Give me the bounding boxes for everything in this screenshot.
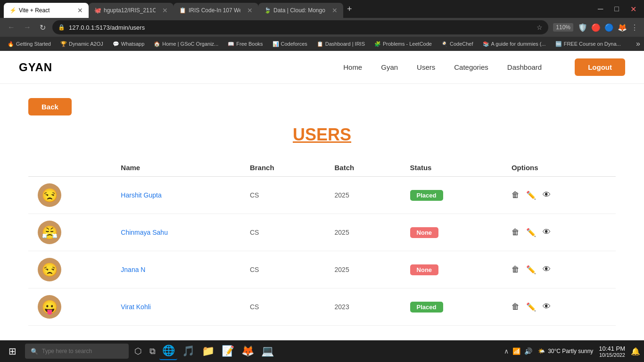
- notification-icon[interactable]: 🔔: [631, 347, 640, 356]
- bookmark-icon-10: 📚: [483, 41, 489, 47]
- taskbar-app-explorer[interactable]: 📁: [199, 342, 217, 360]
- nav-users[interactable]: Users: [417, 63, 435, 71]
- col-batch: Batch: [325, 159, 401, 177]
- menu-icon[interactable]: ⋮: [631, 23, 638, 32]
- taskbar-app-vscode[interactable]: 💻: [258, 342, 276, 360]
- extension-2[interactable]: 🔵: [604, 23, 614, 32]
- browser-extension-icons: 🛡️ 🔴 🔵 🦊 ⋮: [578, 23, 638, 32]
- tray-network-icon[interactable]: 📶: [512, 347, 520, 355]
- taskbar-search-input[interactable]: [42, 348, 123, 354]
- user-branch: CS: [240, 288, 325, 326]
- tab-active[interactable]: ⚡ Vite + React ✕: [4, 3, 89, 18]
- status-badge: Placed: [410, 190, 443, 201]
- taskbar-task-view-icon[interactable]: ⧉: [148, 345, 157, 358]
- edit-icon[interactable]: ✏️: [526, 302, 536, 312]
- taskbar-cortana-icon[interactable]: ⬡: [132, 344, 144, 358]
- edit-icon[interactable]: ✏️: [526, 265, 536, 275]
- bookmark-getting-started[interactable]: 🔥 Getting Started: [4, 40, 55, 48]
- bookmark-icon-1: 🔥: [8, 41, 14, 47]
- delete-icon[interactable]: 🗑: [512, 228, 520, 237]
- minimize-button[interactable]: ─: [594, 3, 607, 15]
- table-row: 😛 Virat Kohli CS 2023 Placed 🗑 ✏️ 👁: [28, 288, 616, 326]
- bookmark-guide[interactable]: 📚 A guide for dummies (...: [479, 40, 550, 48]
- taskbar-search-box[interactable]: 🔍: [25, 344, 129, 359]
- bookmark-label-3: Whatsapp: [121, 41, 145, 47]
- new-tab-button[interactable]: +: [343, 4, 356, 14]
- address-bar: ← → ↻ 🔒 127.0.0.1:5173/admin/users ☆ 110…: [0, 18, 644, 37]
- tab-close-4[interactable]: ✕: [332, 7, 338, 14]
- tab-4[interactable]: 🍃 Data | Cloud: MongoDB Cloud ✕: [258, 3, 343, 18]
- user-status: Placed: [401, 288, 502, 326]
- nav-home[interactable]: Home: [343, 63, 362, 71]
- delete-icon[interactable]: 🗑: [512, 302, 520, 312]
- bookmark-leetcode[interactable]: 🧩 Problems - LeetCode: [371, 40, 436, 48]
- user-status: None: [401, 214, 502, 251]
- taskbar-app-spotify[interactable]: 🎵: [179, 342, 197, 360]
- edit-icon[interactable]: ✏️: [526, 190, 536, 200]
- bookmark-gsoc[interactable]: 🏠 Home | GSoC Organiz...: [150, 40, 222, 48]
- taskbar-pinned-apps: 🌐 🎵 📁 📝 🦊 💻: [159, 342, 276, 360]
- edit-icon[interactable]: ✏️: [526, 228, 536, 238]
- close-button[interactable]: ✕: [627, 3, 640, 16]
- user-name[interactable]: Chinmaya Sahu: [111, 214, 240, 251]
- taskbar-app-firefox[interactable]: 🦊: [239, 342, 256, 360]
- bookmark-whatsapp[interactable]: 💬 Whatsapp: [109, 40, 149, 48]
- weather-widget[interactable]: 🌤️ 30°C Partly sunny: [538, 348, 593, 354]
- user-name[interactable]: Jnana N: [111, 251, 240, 288]
- taskbar-clock[interactable]: 10:41 PM 10/15/2022: [599, 345, 625, 358]
- extension-3[interactable]: 🦊: [618, 23, 627, 32]
- url-text: 127.0.0.1:5173/admin/users: [69, 24, 533, 31]
- delete-icon[interactable]: 🗑: [512, 190, 520, 200]
- navbar: GYAN Home Gyan Users Categories Dashboar…: [0, 51, 644, 84]
- search-icon: 🔍: [31, 348, 38, 355]
- tab-close-1[interactable]: ✕: [77, 7, 83, 14]
- bookmark-dashboard-iris[interactable]: 📋 Dashboard | IRIS: [313, 40, 369, 48]
- view-icon[interactable]: 👁: [543, 302, 551, 312]
- bookmark-codechef[interactable]: 🍳 CodeChef: [438, 40, 477, 48]
- taskbar-app-chrome[interactable]: 🌐: [159, 342, 177, 360]
- start-button[interactable]: ⊞: [4, 344, 21, 359]
- star-icon[interactable]: ☆: [537, 24, 543, 31]
- back-nav-button[interactable]: ←: [6, 21, 17, 33]
- bookmark-codeforces[interactable]: 📊 Codeforces: [269, 40, 311, 48]
- col-status: Status: [401, 159, 502, 177]
- url-input-box[interactable]: 🔒 127.0.0.1:5173/admin/users ☆: [52, 20, 548, 34]
- tab-3[interactable]: 📋 IRIS Code-In 107 Web Tasks - G... ✕: [173, 3, 258, 18]
- tab-close-3[interactable]: ✕: [247, 7, 253, 14]
- nav-categories[interactable]: Categories: [454, 63, 488, 71]
- maximize-button[interactable]: □: [611, 3, 623, 15]
- user-name[interactable]: Virat Kohli: [111, 288, 240, 326]
- view-icon[interactable]: 👁: [543, 228, 551, 237]
- taskbar-app-word[interactable]: 📝: [219, 342, 237, 360]
- bookmark-free-course[interactable]: 🆓 FREE Course on Dyna...: [552, 40, 625, 48]
- extension-1[interactable]: 🔴: [591, 23, 601, 32]
- tab-favicon-4: 🍃: [264, 7, 271, 14]
- bookmark-label-1: Getting Started: [16, 41, 51, 47]
- tab-favicon-2: 🐙: [94, 7, 101, 14]
- back-button[interactable]: Back: [28, 98, 72, 115]
- view-icon[interactable]: 👁: [543, 265, 551, 274]
- tab-2[interactable]: 🐙 hgupta12/IRIS_211CS130_2_ME... ✕: [89, 3, 173, 18]
- page-title: USERS: [28, 125, 616, 145]
- tab-close-2[interactable]: ✕: [162, 7, 168, 14]
- user-options: 🗑 ✏️ 👁: [502, 177, 616, 214]
- bookmarks-more-button[interactable]: »: [636, 40, 640, 48]
- user-name[interactable]: Harshit Gupta: [111, 177, 240, 214]
- view-icon[interactable]: 👁: [543, 190, 551, 200]
- extension-shield[interactable]: 🛡️: [578, 23, 587, 32]
- user-batch: 2025: [325, 177, 401, 214]
- tray-up-arrow[interactable]: ∧: [504, 347, 509, 355]
- taskbar-quick-icons: ⬡ ⧉: [132, 344, 157, 358]
- bookmark-dynamic-a2oj[interactable]: 🏆 Dynamic A2OJ: [57, 40, 107, 48]
- bookmark-free-books[interactable]: 📖 Free Books: [224, 40, 266, 48]
- logout-button[interactable]: Logout: [575, 58, 625, 76]
- delete-icon[interactable]: 🗑: [512, 265, 520, 274]
- tray-volume-icon[interactable]: 🔊: [524, 347, 532, 355]
- forward-nav-button[interactable]: →: [22, 21, 33, 33]
- nav-dashboard[interactable]: Dashboard: [507, 63, 542, 71]
- nav-gyan[interactable]: Gyan: [381, 63, 398, 71]
- bookmark-label-11: FREE Course on Dyna...: [564, 41, 621, 47]
- clock-date: 10/15/2022: [599, 352, 625, 358]
- reload-button[interactable]: ↻: [38, 21, 48, 34]
- table-row: 😤 Chinmaya Sahu CS 2025 None 🗑 ✏️ 👁: [28, 214, 616, 251]
